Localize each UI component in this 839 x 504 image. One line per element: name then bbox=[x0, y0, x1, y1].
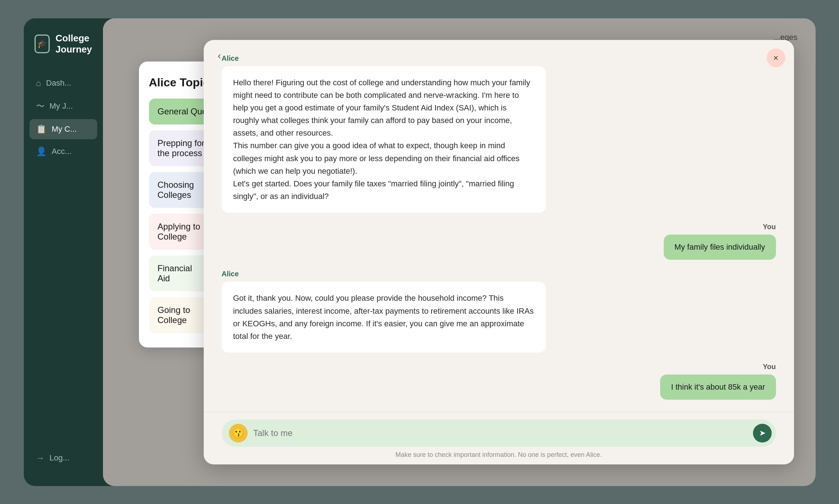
collapse-button[interactable]: ‹ bbox=[212, 49, 227, 63]
logout-icon: → bbox=[36, 453, 45, 463]
sidebar-logout[interactable]: → Log... bbox=[30, 448, 97, 468]
app-title: College Journey bbox=[55, 33, 92, 55]
modal-overlay: Alice Topics General Questions Prepping … bbox=[103, 18, 816, 486]
chat-modal: ‹ × Alice Hello there! Figuring out the … bbox=[204, 40, 794, 464]
chat-input-area: 😗 ➤ Make sure to check important informa… bbox=[204, 412, 794, 464]
send-icon: ➤ bbox=[759, 428, 766, 438]
chat-input-row: 😗 ➤ bbox=[222, 419, 776, 447]
message-alice-1: Alice Hello there! Figuring out the cost… bbox=[222, 54, 776, 213]
colleges-icon: 📋 bbox=[36, 124, 47, 134]
message-you-1: You My family files individually bbox=[222, 223, 776, 260]
sidebar-item-label: My C... bbox=[52, 124, 77, 134]
alice-bubble-2: Got it, thank you. Now, could you please… bbox=[222, 282, 546, 353]
app-container: 🎓 College Journey ⌂ Dash... 〜 My J... 📋 … bbox=[24, 18, 816, 486]
chat-content: Alice Hello there! Figuring out the cost… bbox=[204, 40, 794, 412]
send-button[interactable]: ➤ bbox=[753, 424, 772, 442]
logout-label: Log... bbox=[50, 453, 69, 463]
close-icon: × bbox=[773, 53, 778, 63]
sidebar-item-colleges[interactable]: 📋 My C... bbox=[30, 119, 97, 139]
you-label-2: You bbox=[763, 363, 776, 371]
logo-icon: 🎓 bbox=[35, 35, 50, 53]
alice-sender-label-2: Alice bbox=[222, 270, 776, 278]
you-bubble-2: I think it's about 85k a year bbox=[660, 374, 776, 400]
sidebar-nav: ⌂ Dash... 〜 My J... 📋 My C... 👤 Acc... bbox=[24, 73, 103, 448]
chat-disclaimer: Make sure to check important information… bbox=[222, 451, 776, 459]
chevron-left-icon: ‹ bbox=[218, 50, 221, 62]
journey-icon: 〜 bbox=[36, 100, 45, 112]
going-label: Going to College bbox=[158, 305, 190, 325]
you-label-1: You bbox=[763, 223, 776, 231]
message-alice-2: Alice Got it, thank you. Now, could you … bbox=[222, 270, 776, 353]
alice-sender-label: Alice bbox=[222, 54, 776, 63]
sidebar-item-label: My J... bbox=[50, 101, 73, 111]
chat-text-input[interactable] bbox=[253, 428, 747, 438]
you-bubble-1: My family files individually bbox=[664, 235, 776, 260]
sidebar: 🎓 College Journey ⌂ Dash... 〜 My J... 📋 … bbox=[24, 18, 103, 486]
main-area: ...eges Alice Topics General Questions P… bbox=[103, 18, 816, 486]
message-you-2: You I think it's about 85k a year bbox=[222, 363, 776, 400]
sidebar-logo: 🎓 College Journey bbox=[24, 33, 103, 73]
sidebar-item-account[interactable]: 👤 Acc... bbox=[30, 141, 97, 162]
home-icon: ⌂ bbox=[36, 78, 41, 88]
sidebar-item-dashboard[interactable]: ⌂ Dash... bbox=[30, 73, 97, 93]
account-icon: 👤 bbox=[36, 146, 47, 156]
close-button[interactable]: × bbox=[767, 49, 785, 67]
sidebar-item-label: Dash... bbox=[46, 78, 71, 88]
chat-avatar: 😗 bbox=[229, 424, 248, 442]
avatar-emoji: 😗 bbox=[232, 427, 244, 439]
sidebar-item-journey[interactable]: 〜 My J... bbox=[30, 95, 97, 117]
alice-bubble-1: Hello there! Figuring out the cost of co… bbox=[222, 66, 546, 213]
sidebar-item-label: Acc... bbox=[52, 147, 72, 156]
sidebar-bottom: → Log... bbox=[24, 448, 103, 475]
